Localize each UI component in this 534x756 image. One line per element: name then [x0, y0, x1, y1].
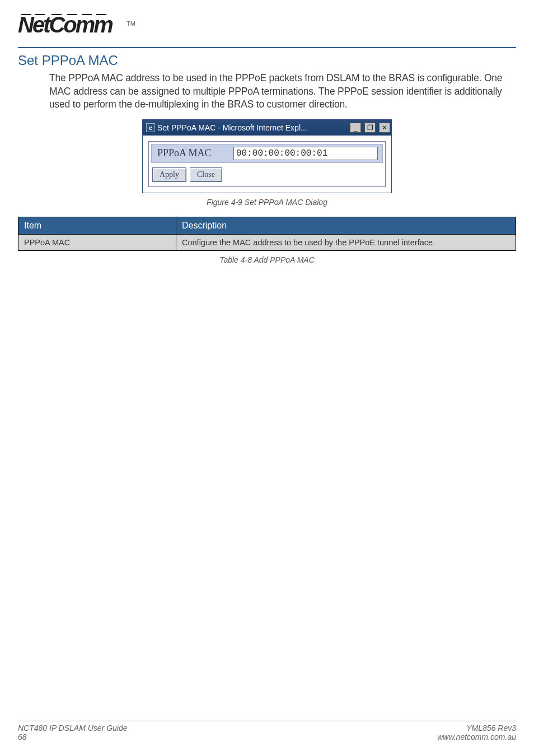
brand-logo-row: NetComm TM: [18, 10, 516, 45]
close-button[interactable]: Close: [190, 167, 222, 182]
apply-button[interactable]: Apply: [152, 167, 186, 182]
table-header-row: Item Description: [18, 217, 516, 234]
footer-right-rev: YML856 Rev3: [466, 724, 516, 732]
minimize-button[interactable]: _: [350, 123, 361, 133]
footer-rule: [18, 721, 516, 721]
close-window-button[interactable]: ✕: [379, 123, 390, 133]
dialog-title: Set PPPoA MAC - Microsoft Internet Expl.…: [157, 123, 346, 132]
section-paragraph: The PPPoA MAC address to be used in the …: [49, 72, 516, 111]
svg-text:NetComm: NetComm: [18, 12, 113, 37]
section-heading: Set PPPoA MAC: [18, 53, 516, 68]
table-cell-description: Configure the MAC address to be used by …: [176, 234, 516, 250]
table-header-item: Item: [18, 217, 176, 234]
footer-url: www.netcomm.com.au: [437, 732, 516, 741]
ie-icon: e: [146, 123, 155, 132]
figure-caption: Figure 4-9 Set PPPoA MAC Dialog: [18, 198, 516, 207]
table-header-description: Description: [176, 217, 516, 234]
header-rule: [18, 47, 516, 48]
netcomm-logo: NetComm: [18, 10, 124, 41]
trademark-mark: TM: [124, 20, 135, 41]
table-row: PPPoA MAC Configure the MAC address to b…: [18, 234, 516, 250]
pppoa-mac-input[interactable]: [233, 147, 378, 160]
page-footer: NCT480 IP DSLAM User Guide YML856 Rev3 6…: [18, 721, 516, 741]
pppoa-mac-label: PPPoA MAC: [152, 147, 233, 159]
footer-page-number: 68: [18, 732, 27, 741]
restore-button[interactable]: ❐: [364, 123, 376, 133]
pppoa-mac-table: Item Description PPPoA MAC Configure the…: [18, 217, 516, 251]
footer-left-title: NCT480 IP DSLAM User Guide: [18, 724, 128, 732]
dialog-titlebar: e Set PPPoA MAC - Microsoft Internet Exp…: [143, 120, 391, 136]
table-cell-item: PPPoA MAC: [18, 234, 176, 250]
set-pppoa-mac-dialog: e Set PPPoA MAC - Microsoft Internet Exp…: [142, 119, 392, 193]
table-caption: Table 4-8 Add PPPoA MAC: [18, 255, 516, 264]
